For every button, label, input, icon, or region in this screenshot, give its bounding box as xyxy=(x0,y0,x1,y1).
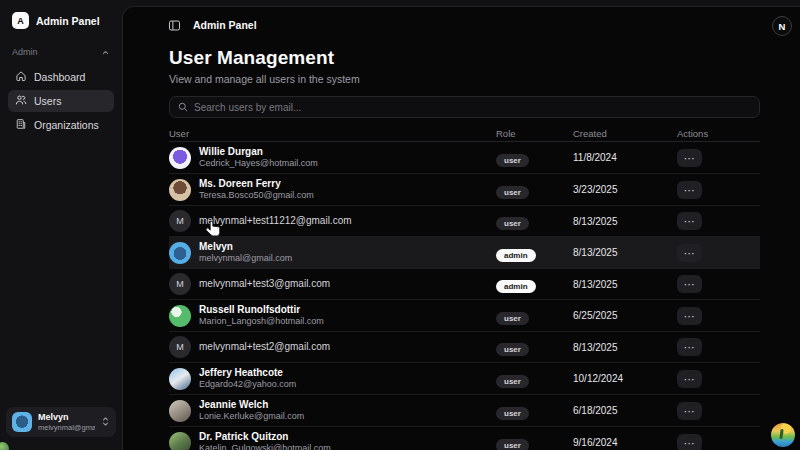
role-badge: user xyxy=(496,439,529,450)
row-actions-button[interactable]: ⋯ xyxy=(677,402,702,420)
role-cell: user xyxy=(496,434,573,450)
user-cell: M melvynmal+test2@gmail.com xyxy=(169,336,496,358)
role-cell: user xyxy=(496,370,573,388)
row-actions-button[interactable]: ⋯ xyxy=(677,434,702,450)
user-email: Edgardo42@yahoo.com xyxy=(199,379,296,390)
table-row[interactable]: Dr. Patrick Quitzon Katelin_Gulgowski@ho… xyxy=(169,427,760,450)
app-logo: A xyxy=(12,12,29,29)
user-avatar xyxy=(169,368,191,390)
home-icon xyxy=(15,70,27,84)
user-email: Lonie.Kerluke@gmail.com xyxy=(199,411,304,422)
sidebar-item-organizations[interactable]: Organizations xyxy=(8,114,114,136)
user-cell: M melvynmal+test3@gmail.com xyxy=(169,273,496,295)
actions-cell: ⋯ xyxy=(677,370,760,388)
column-header-created: Created xyxy=(573,128,677,139)
user-texts: Dr. Patrick Quitzon Katelin_Gulgowski@ho… xyxy=(199,431,331,450)
user-texts: Russell Runolfsdottir Marion_Langosh@hot… xyxy=(199,304,324,327)
created-cell: 8/13/2025 xyxy=(573,216,677,227)
user-name: Russell Runolfsdottir xyxy=(199,304,324,316)
row-actions-button[interactable]: ⋯ xyxy=(677,370,702,388)
search-bar xyxy=(169,96,760,118)
role-cell: user xyxy=(496,149,573,167)
sidebar-item-dashboard[interactable]: Dashboard xyxy=(8,66,114,88)
user-texts: Willie Durgan Cedrick_Hayes@hotmail.com xyxy=(199,146,318,169)
role-cell: user xyxy=(496,181,573,199)
row-actions-button[interactable]: ⋯ xyxy=(677,244,702,262)
user-cell: Ms. Doreen Ferry Teresa.Bosco50@gmail.co… xyxy=(169,178,496,201)
user-texts: Ms. Doreen Ferry Teresa.Bosco50@gmail.co… xyxy=(199,178,314,201)
table-row[interactable]: M melvynmal+test3@gmail.com admin 8/13/2… xyxy=(169,269,760,300)
user-texts: Jeffery Heathcote Edgardo42@yahoo.com xyxy=(199,367,296,390)
user-avatar: M xyxy=(169,336,191,358)
actions-cell: ⋯ xyxy=(677,149,760,167)
table-row[interactable]: Jeffery Heathcote Edgardo42@yahoo.com us… xyxy=(169,363,760,395)
user-cell: M melvynmal+test11212@gmail.com xyxy=(169,210,496,232)
user-texts: melvynmal+test2@gmail.com xyxy=(199,338,330,356)
sidebar-user-menu[interactable]: Melvyn melvynmal@gmail.com xyxy=(6,407,116,437)
actions-cell: ⋯ xyxy=(677,212,760,230)
sidebar-item-label: Dashboard xyxy=(34,71,85,83)
user-email: Cedrick_Hayes@hotmail.com xyxy=(199,158,318,169)
created-cell: 8/13/2025 xyxy=(573,279,677,290)
row-actions-button[interactable]: ⋯ xyxy=(677,181,702,199)
sidebar: A Admin Panel Admin Dashboard Users Orga… xyxy=(0,0,122,450)
user-avatar xyxy=(169,147,191,169)
main-header: Admin Panel xyxy=(169,7,760,36)
avatar xyxy=(12,412,32,432)
role-cell: user xyxy=(496,402,573,420)
user-texts: Melvyn melvynmal@gmail.com xyxy=(199,241,292,264)
row-actions-button[interactable]: ⋯ xyxy=(677,275,702,293)
user-name: Jeffery Heathcote xyxy=(199,367,296,379)
created-cell: 9/16/2024 xyxy=(573,437,677,448)
actions-cell: ⋯ xyxy=(677,434,760,450)
role-cell: user xyxy=(496,338,573,356)
search-icon xyxy=(178,98,188,116)
user-email: Katelin_Gulgowski@hotmail.com xyxy=(199,443,331,450)
user-email: melvynmal+test11212@gmail.com xyxy=(199,212,352,230)
user-email: Teresa.Bosco50@gmail.com xyxy=(199,190,314,201)
user-texts: melvynmal+test3@gmail.com xyxy=(199,275,330,293)
table-row[interactable]: Melvyn melvynmal@gmail.com admin 8/13/20… xyxy=(169,237,760,269)
table-body: Willie Durgan Cedrick_Hayes@hotmail.com … xyxy=(169,142,760,450)
created-cell: 3/23/2025 xyxy=(573,184,677,195)
table-row[interactable]: Willie Durgan Cedrick_Hayes@hotmail.com … xyxy=(169,142,760,174)
row-actions-button[interactable]: ⋯ xyxy=(677,212,702,230)
role-badge: admin xyxy=(496,280,536,293)
created-cell: 8/13/2025 xyxy=(573,247,677,258)
app-name: Admin Panel xyxy=(36,15,100,27)
sidebar-item-label: Organizations xyxy=(34,119,99,131)
user-cell: Dr. Patrick Quitzon Katelin_Gulgowski@ho… xyxy=(169,431,496,450)
table-row[interactable]: M melvynmal+test2@gmail.com user 8/13/20… xyxy=(169,332,760,363)
user-avatar xyxy=(169,432,191,450)
table-row[interactable]: Ms. Doreen Ferry Teresa.Bosco50@gmail.co… xyxy=(169,174,760,206)
row-actions-button[interactable]: ⋯ xyxy=(677,307,702,325)
sidebar-nav: Dashboard Users Organizations xyxy=(0,64,122,138)
row-actions-button[interactable]: ⋯ xyxy=(677,149,702,167)
column-header-role: Role xyxy=(496,128,573,139)
user-cell: Melvyn melvynmal@gmail.com xyxy=(169,241,496,264)
sidebar-user-info: Melvyn melvynmal@gmail.com xyxy=(38,412,95,432)
page-subtitle: View and manage all users in the system xyxy=(169,73,760,85)
actions-cell: ⋯ xyxy=(677,338,760,356)
search-input[interactable] xyxy=(194,102,751,113)
sidebar-item-users[interactable]: Users xyxy=(8,90,114,112)
user-avatar xyxy=(169,305,191,327)
users-table: User Role Created Actions Willie Durgan … xyxy=(169,126,760,450)
column-header-actions: Actions xyxy=(677,128,760,139)
table-row[interactable]: Jeannie Welch Lonie.Kerluke@gmail.com us… xyxy=(169,395,760,427)
sidebar-header: A Admin Panel xyxy=(0,0,122,37)
breadcrumb: Admin Panel xyxy=(193,19,257,31)
row-actions-button[interactable]: ⋯ xyxy=(677,338,702,356)
sidebar-group-header[interactable]: Admin xyxy=(0,37,122,64)
table-row[interactable]: Russell Runolfsdottir Marion_Langosh@hot… xyxy=(169,300,760,332)
nextjs-dev-badge[interactable]: N xyxy=(772,16,792,36)
table-row[interactable]: M melvynmal+test11212@gmail.com user 8/1… xyxy=(169,206,760,237)
created-cell: 8/13/2025 xyxy=(573,342,677,353)
created-cell: 11/8/2024 xyxy=(573,152,677,163)
page-title: User Management xyxy=(169,47,760,69)
user-name: Melvyn xyxy=(199,241,292,253)
role-cell: user xyxy=(496,307,573,325)
actions-cell: ⋯ xyxy=(677,402,760,420)
role-badge: user xyxy=(496,154,529,167)
sidebar-toggle-button[interactable] xyxy=(163,14,185,36)
